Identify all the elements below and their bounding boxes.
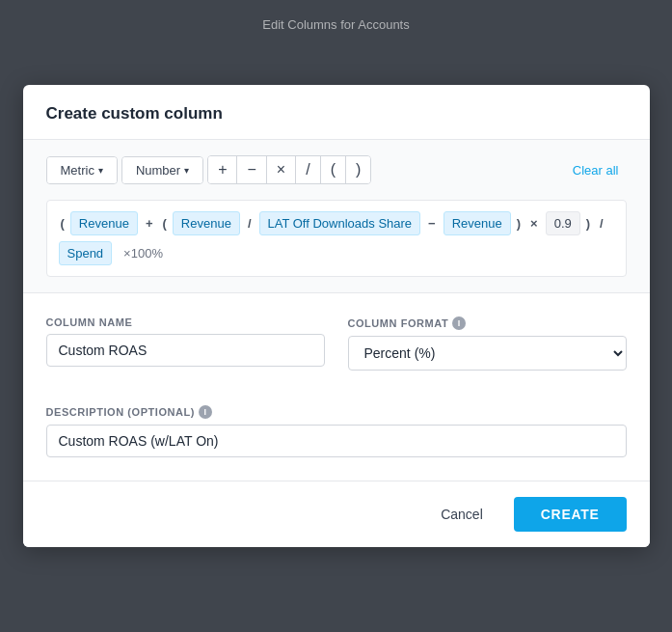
description-section: DESCRIPTION (OPTIONAL) i <box>23 405 650 481</box>
cancel-button[interactable]: Cancel <box>421 499 502 530</box>
formula-token: Revenue <box>444 211 511 235</box>
formula-token: ) <box>584 212 592 234</box>
description-info-icon[interactable]: i <box>199 405 212 419</box>
formula-token: × <box>526 212 542 234</box>
divide-operator-button[interactable]: / <box>296 156 320 183</box>
formula-token: ) <box>515 212 523 234</box>
description-label: DESCRIPTION (OPTIONAL) i <box>46 405 627 419</box>
formula-token: / <box>596 212 607 234</box>
formula-token: / <box>244 212 255 234</box>
formula-token: ×100% <box>116 242 171 264</box>
clear-all-button[interactable]: Clear all <box>565 159 627 181</box>
add-operator-button[interactable]: + <box>208 156 237 183</box>
formula-token: 0.9 <box>546 211 580 235</box>
formula-token: − <box>424 212 440 234</box>
open-paren-button[interactable]: ( <box>321 156 346 183</box>
column-format-select[interactable]: Percent (%) Number Currency <box>348 336 627 371</box>
metric-dropdown-button[interactable]: Metric ▾ <box>47 157 117 183</box>
create-button[interactable]: CREATE <box>514 497 627 532</box>
modal-overlay: Edit Columns for Accounts Create custom … <box>0 0 672 632</box>
number-dropdown-group[interactable]: Number ▾ <box>121 156 203 184</box>
create-custom-column-modal: Create custom column Metric ▾ Number ▾ <box>23 85 650 547</box>
column-format-info-icon[interactable]: i <box>452 316 466 330</box>
column-name-group: COLUMN NAME <box>46 316 325 371</box>
multiply-operator-button[interactable]: × <box>267 156 296 183</box>
background-title: Edit Columns for Accounts <box>262 17 409 32</box>
formula-token: + <box>142 212 157 234</box>
formula-toolbar: Metric ▾ Number ▾ + − × / ( ) <box>46 155 627 184</box>
formula-token: LAT Off Downloads Share <box>259 211 421 235</box>
formula-token: Spend <box>59 241 113 265</box>
form-section: COLUMN NAME COLUMN FORMAT i Percent (%) … <box>23 293 650 405</box>
column-format-label: COLUMN FORMAT i <box>348 316 627 330</box>
description-input[interactable] <box>46 425 627 457</box>
column-name-input[interactable] <box>46 334 325 367</box>
close-paren-button[interactable]: ) <box>346 156 370 183</box>
formula-section: Metric ▾ Number ▾ + − × / ( ) <box>23 140 650 293</box>
formula-token: ( <box>59 212 67 234</box>
formula-token: Revenue <box>173 211 240 235</box>
modal-footer: Cancel CREATE <box>23 481 650 547</box>
description-group: DESCRIPTION (OPTIONAL) i <box>46 405 627 457</box>
operator-buttons-group: + − × / ( ) <box>207 155 371 184</box>
column-format-group: COLUMN FORMAT i Percent (%) Number Curre… <box>348 316 627 371</box>
number-chevron-icon: ▾ <box>184 165 189 176</box>
formula-display: ( Revenue + ( Revenue / LAT Off Download… <box>46 200 627 277</box>
formula-token: ( <box>160 212 168 234</box>
metric-dropdown-group[interactable]: Metric ▾ <box>46 156 118 184</box>
column-name-label: COLUMN NAME <box>46 316 325 328</box>
metric-chevron-icon: ▾ <box>98 165 103 176</box>
subtract-operator-button[interactable]: − <box>237 156 266 183</box>
modal-title: Create custom column <box>46 104 223 123</box>
column-name-format-row: COLUMN NAME COLUMN FORMAT i Percent (%) … <box>46 316 627 371</box>
modal-header: Create custom column <box>23 85 650 140</box>
formula-token: Revenue <box>70 211 138 235</box>
number-dropdown-button[interactable]: Number ▾ <box>122 157 202 183</box>
